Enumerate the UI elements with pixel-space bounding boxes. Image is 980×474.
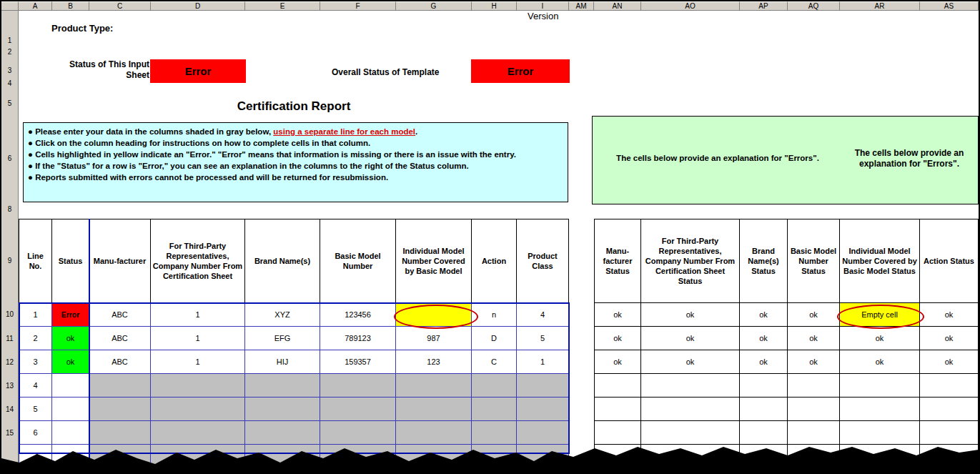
table-cell[interactable] xyxy=(840,374,920,398)
table-cell[interactable]: ok xyxy=(840,327,920,350)
table-cell[interactable]: 5 xyxy=(19,398,52,421)
table-cell[interactable]: ok xyxy=(641,327,740,350)
column-letter[interactable]: G xyxy=(396,1,472,11)
column-letter[interactable]: AO xyxy=(641,1,740,11)
column-header[interactable]: Brand Name(s) xyxy=(245,219,320,303)
table-cell[interactable] xyxy=(396,398,472,421)
table-cell[interactable] xyxy=(472,374,517,398)
table-cell[interactable]: ok xyxy=(788,327,840,350)
table-cell[interactable]: ok xyxy=(594,327,641,350)
column-header[interactable]: For Third-Party Representatives, Company… xyxy=(151,219,245,303)
table-cell[interactable] xyxy=(472,398,517,421)
table-cell[interactable] xyxy=(641,398,740,421)
table-cell[interactable]: ok xyxy=(740,303,788,327)
column-header[interactable]: For Third-Party Representatives, Company… xyxy=(641,219,740,303)
table-cell[interactable] xyxy=(151,374,245,398)
column-header[interactable]: Line No. xyxy=(19,219,52,303)
table-cell[interactable]: ok xyxy=(920,350,979,374)
table-cell[interactable] xyxy=(245,374,320,398)
table-cell[interactable] xyxy=(245,421,320,445)
table-cell[interactable]: 1 xyxy=(517,350,569,374)
column-header[interactable]: Status xyxy=(52,219,89,303)
row-header[interactable]: 11 xyxy=(1,334,18,344)
row-header[interactable]: 10 xyxy=(1,310,18,320)
table-cell[interactable] xyxy=(788,421,840,445)
table-cell[interactable]: 159357 xyxy=(320,350,396,374)
table-cell[interactable]: ABC xyxy=(89,327,151,350)
column-letter[interactable]: B xyxy=(52,1,89,11)
table-cell[interactable]: ok xyxy=(594,350,641,374)
table-cell[interactable] xyxy=(594,421,641,445)
column-header[interactable]: Individual Model Number Covered by Basic… xyxy=(840,219,920,303)
table-cell[interactable]: 3 xyxy=(19,350,52,374)
column-header[interactable]: Individual Model Number Covered by Basic… xyxy=(396,219,472,303)
table-cell[interactable] xyxy=(920,421,979,445)
column-header[interactable]: Action xyxy=(472,219,517,303)
table-cell[interactable]: 1 xyxy=(151,303,245,327)
table-cell[interactable] xyxy=(320,421,396,445)
row-header[interactable]: 8 xyxy=(1,204,18,214)
table-cell[interactable]: 123 xyxy=(396,350,472,374)
row-header[interactable]: 4 xyxy=(1,79,18,89)
table-cell[interactable]: 987 xyxy=(396,327,472,350)
column-header[interactable]: Brand Name(s) Status xyxy=(740,219,788,303)
error-explanation-cell[interactable]: Empty cell xyxy=(840,303,920,327)
table-cell[interactable] xyxy=(788,374,840,398)
table-cell[interactable] xyxy=(840,421,920,445)
table-cell[interactable]: 4 xyxy=(19,374,52,398)
table-cell[interactable] xyxy=(594,374,641,398)
table-cell[interactable] xyxy=(641,374,740,398)
column-letter[interactable]: AN xyxy=(594,1,641,11)
column-letter[interactable]: AQ xyxy=(788,1,840,11)
table-cell[interactable]: ABC xyxy=(89,350,151,374)
table-cell[interactable]: 1 xyxy=(151,350,245,374)
table-cell[interactable] xyxy=(245,398,320,421)
column-header[interactable]: Basic Model Number Status xyxy=(788,219,840,303)
table-cell[interactable] xyxy=(89,374,151,398)
column-letter[interactable]: A xyxy=(19,1,52,11)
column-letter[interactable]: C xyxy=(89,1,151,11)
table-cell[interactable] xyxy=(517,398,569,421)
column-letter[interactable]: AP xyxy=(740,1,788,11)
table-cell[interactable] xyxy=(920,398,979,421)
column-letter[interactable]: F xyxy=(320,1,396,11)
column-letter[interactable]: AS xyxy=(920,1,979,11)
row-header[interactable]: 2 xyxy=(1,47,18,57)
table-cell[interactable] xyxy=(151,398,245,421)
table-cell[interactable] xyxy=(594,398,641,421)
table-cell[interactable]: ok xyxy=(840,350,920,374)
table-cell[interactable] xyxy=(472,421,517,445)
table-cell[interactable]: 789123 xyxy=(320,327,396,350)
column-letter[interactable]: AR xyxy=(840,1,920,11)
table-cell[interactable]: ok xyxy=(594,303,641,327)
table-cell[interactable]: C xyxy=(472,350,517,374)
column-header[interactable]: Manu-facturer Status xyxy=(594,219,641,303)
table-cell[interactable] xyxy=(740,398,788,421)
table-cell[interactable]: XYZ xyxy=(245,303,320,327)
table-cell[interactable] xyxy=(740,421,788,445)
table-cell[interactable]: ok xyxy=(740,327,788,350)
row-header[interactable]: 12 xyxy=(1,357,18,367)
row-header[interactable]: 3 xyxy=(1,66,18,76)
table-cell[interactable] xyxy=(641,421,740,445)
row-header[interactable]: 5 xyxy=(1,99,18,109)
table-cell[interactable] xyxy=(840,398,920,421)
table-cell[interactable]: ABC xyxy=(89,303,151,327)
column-letter[interactable]: AM xyxy=(569,1,594,11)
row-header[interactable]: 15 xyxy=(1,428,18,438)
row-header[interactable]: 13 xyxy=(1,381,18,391)
row-header[interactable]: 14 xyxy=(1,405,18,415)
table-cell[interactable]: ok xyxy=(641,303,740,327)
column-header[interactable]: Basic Model Number xyxy=(320,219,396,303)
column-letter[interactable]: D xyxy=(151,1,245,11)
column-header[interactable]: Manu-facturer xyxy=(89,219,151,303)
table-cell[interactable] xyxy=(52,374,89,398)
table-cell[interactable]: ok xyxy=(740,350,788,374)
table-cell[interactable] xyxy=(52,421,89,445)
table-cell[interactable] xyxy=(89,421,151,445)
column-header[interactable]: Product Class xyxy=(517,219,569,303)
status-badge[interactable]: Error xyxy=(52,303,89,327)
table-cell[interactable] xyxy=(517,374,569,398)
table-cell[interactable]: 123456 xyxy=(320,303,396,327)
status-badge[interactable]: ok xyxy=(52,350,89,374)
